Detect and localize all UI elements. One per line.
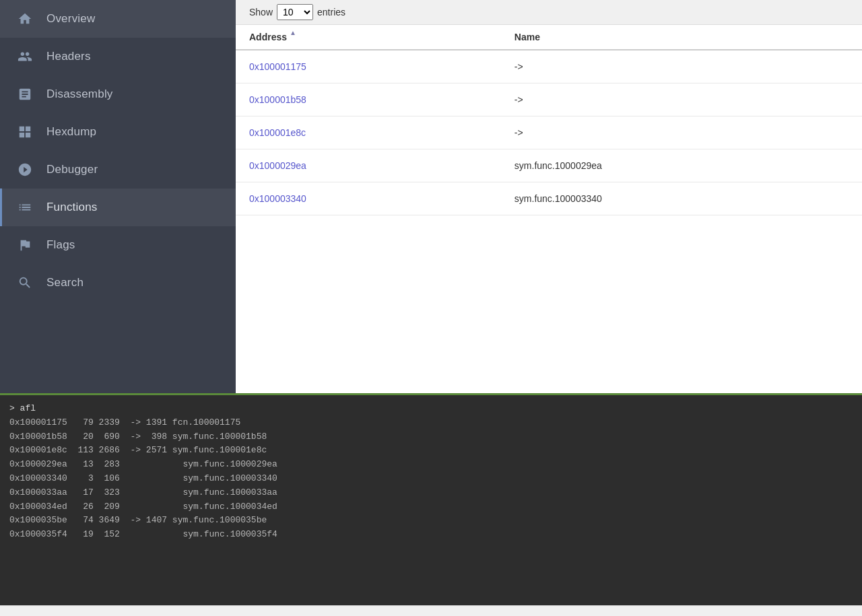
sidebar-label-hexdump: Hexdump bbox=[46, 125, 96, 139]
address-link[interactable]: 0x100003340 bbox=[249, 193, 306, 204]
terminal-line: 0x1000035be 74 3649 -> 1407 sym.func.100… bbox=[9, 514, 853, 528]
home-icon bbox=[15, 9, 34, 28]
terminal[interactable]: > afl0x100001175 79 2339 -> 1391 fcn.100… bbox=[0, 393, 862, 605]
functions-table-container: Address Name 0x100001175->0x100001b58->0… bbox=[236, 25, 862, 393]
horizontal-scrollbar[interactable] bbox=[0, 605, 862, 616]
list-alt-icon bbox=[15, 85, 34, 104]
sidebar-label-debugger: Debugger bbox=[46, 163, 98, 176]
sidebar-item-debugger[interactable]: Debugger bbox=[0, 151, 236, 189]
cell-address: 0x100001e8c bbox=[236, 116, 501, 149]
table-row: 0x100001b58-> bbox=[236, 83, 862, 116]
functions-table: Address Name 0x100001175->0x100001b58->0… bbox=[236, 25, 862, 215]
cell-name: -> bbox=[501, 83, 862, 116]
address-link[interactable]: 0x1000029ea bbox=[249, 160, 306, 171]
sidebar-item-functions[interactable]: Functions bbox=[0, 189, 236, 226]
terminal-line: > afl bbox=[9, 402, 853, 416]
table-row: 0x100001e8c-> bbox=[236, 116, 862, 149]
sidebar-label-functions: Functions bbox=[46, 201, 98, 214]
col-address: Address bbox=[236, 25, 501, 50]
terminal-line: 0x1000029ea 13 283 sym.func.1000029ea bbox=[9, 458, 853, 472]
cell-address: 0x100001b58 bbox=[236, 83, 501, 116]
terminal-line: 0x1000035f4 19 152 sym.func.1000035f4 bbox=[9, 528, 853, 542]
cell-address: 0x1000029ea bbox=[236, 149, 501, 182]
cell-name: sym.func.1000029ea bbox=[501, 149, 862, 182]
content-area: Show 102550100 entries Address Name 0x10… bbox=[236, 0, 862, 393]
search-icon bbox=[15, 273, 34, 292]
entries-label: entries bbox=[317, 7, 345, 18]
sidebar-item-hexdump[interactable]: Hexdump bbox=[0, 113, 236, 151]
address-link[interactable]: 0x100001175 bbox=[249, 61, 306, 72]
sidebar-label-overview: Overview bbox=[46, 12, 95, 26]
sidebar-item-overview[interactable]: Overview bbox=[0, 0, 236, 38]
table-row: 0x100001175-> bbox=[236, 50, 862, 83]
play-circle-icon bbox=[15, 160, 34, 179]
sidebar-item-flags[interactable]: Flags bbox=[0, 226, 236, 264]
terminal-line: 0x100001b58 20 690 -> 398 sym.func.10000… bbox=[9, 430, 853, 444]
sidebar-item-headers[interactable]: Headers bbox=[0, 38, 236, 75]
sidebar-label-search: Search bbox=[46, 276, 84, 289]
sidebar-label-headers: Headers bbox=[46, 50, 91, 63]
sidebar-item-search[interactable]: Search bbox=[0, 264, 236, 302]
grid-icon bbox=[15, 123, 34, 141]
sidebar: OverviewHeadersDisassemblyHexdumpDebugge… bbox=[0, 0, 236, 393]
cell-name: -> bbox=[501, 116, 862, 149]
terminal-line: 0x1000034ed 26 209 sym.func.1000034ed bbox=[9, 500, 853, 514]
show-label: Show bbox=[249, 7, 273, 18]
cell-name: sym.func.100003340 bbox=[501, 182, 862, 215]
table-row: 0x100003340sym.func.100003340 bbox=[236, 182, 862, 215]
entries-select[interactable]: 102550100 bbox=[277, 4, 313, 20]
terminal-line: 0x100001e8c 113 2686 -> 2571 sym.func.10… bbox=[9, 444, 853, 458]
terminal-line: 0x100001175 79 2339 -> 1391 fcn.10000117… bbox=[9, 416, 853, 430]
cell-address: 0x100003340 bbox=[236, 182, 501, 215]
cell-name: -> bbox=[501, 50, 862, 83]
col-name: Name bbox=[501, 25, 862, 50]
address-link[interactable]: 0x100001b58 bbox=[249, 94, 306, 105]
address-link[interactable]: 0x100001e8c bbox=[249, 127, 306, 138]
table-row: 0x1000029easym.func.1000029ea bbox=[236, 149, 862, 182]
sidebar-label-flags: Flags bbox=[46, 238, 75, 252]
sidebar-label-disassembly: Disassembly bbox=[46, 88, 113, 101]
flag-icon bbox=[15, 236, 34, 254]
terminal-line: 0x100003340 3 106 sym.func.100003340 bbox=[9, 472, 853, 486]
sidebar-item-disassembly[interactable]: Disassembly bbox=[0, 75, 236, 113]
top-bar: Show 102550100 entries bbox=[236, 0, 862, 25]
list-icon bbox=[15, 198, 34, 217]
cell-address: 0x100001175 bbox=[236, 50, 501, 83]
terminal-line: 0x1000033aa 17 323 sym.func.1000033aa bbox=[9, 486, 853, 500]
users-icon bbox=[15, 47, 34, 66]
